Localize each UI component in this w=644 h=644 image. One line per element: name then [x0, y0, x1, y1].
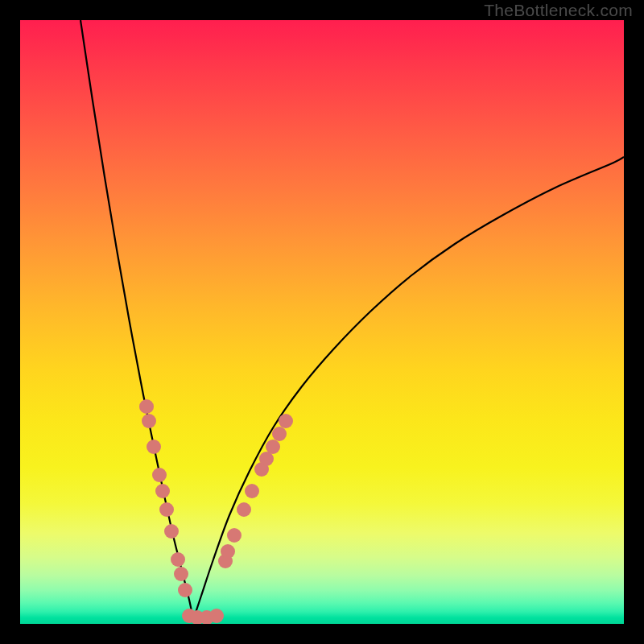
- marker-dot: [174, 567, 188, 581]
- marker-dot: [139, 399, 154, 414]
- chart-frame: TheBottleneck.com: [0, 0, 644, 644]
- marker-dot: [147, 440, 161, 454]
- marker-dot: [221, 544, 235, 559]
- marker-dot: [142, 414, 156, 428]
- marker-dot: [171, 552, 185, 567]
- marker-dot: [209, 609, 224, 623]
- marker-dot: [155, 484, 170, 498]
- marker-dot: [279, 414, 293, 428]
- marker-dot: [227, 528, 242, 543]
- marker-dot: [159, 502, 174, 517]
- right-branch: [193, 157, 624, 620]
- marker-dot: [245, 484, 259, 498]
- marker-dot: [152, 468, 167, 482]
- watermark-text: TheBottleneck.com: [484, 1, 633, 20]
- plot-area: [20, 20, 624, 624]
- curve-layer: [20, 20, 624, 624]
- marker-dot: [266, 440, 280, 454]
- marker-dot: [178, 583, 192, 597]
- marker-dot: [272, 427, 287, 441]
- marker-dot: [237, 502, 251, 517]
- marker-dot: [164, 524, 179, 539]
